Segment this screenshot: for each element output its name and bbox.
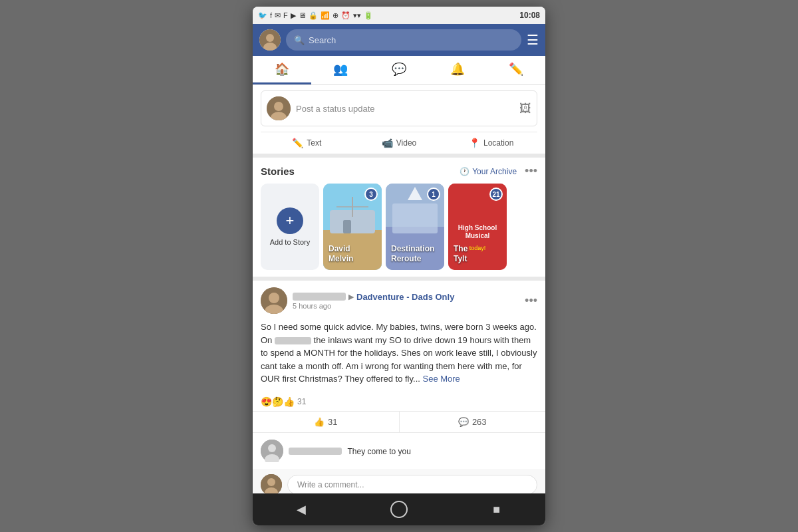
svg-point-27 [267, 478, 275, 486]
comment-input[interactable]: Write a comment... [287, 475, 537, 494]
story-card-david[interactable]: 3 DavidMelvin [323, 184, 382, 270]
post-blurred-text [275, 337, 311, 344]
home-circle-icon [390, 501, 408, 518]
comment-button[interactable]: 💬 263 [400, 412, 546, 432]
svg-text:today!: today! [469, 245, 486, 251]
story-name-destination: DestinationReroute [391, 244, 434, 265]
comment-text: They come to you [289, 445, 411, 457]
video-icon: 📹 [382, 138, 393, 148]
svg-rect-14 [392, 203, 438, 233]
commenter-avatar [261, 440, 283, 462]
mail-icon: ✉ [275, 11, 281, 20]
comment-input-row: Write a comment... [253, 469, 545, 494]
tab-notifications[interactable]: 🔔 [428, 56, 487, 84]
comment-content: They come to you [347, 447, 410, 456]
back-button[interactable]: ◀ [288, 496, 315, 523]
youtube-icon: ▶ [291, 11, 296, 20]
video-action[interactable]: 📹 Video [353, 138, 446, 148]
wifi-icon: 📶 [321, 11, 330, 20]
stories-header: Stories 🕐 Your Archive ••• [261, 164, 537, 178]
photo-icon[interactable]: 🖼 [519, 102, 531, 116]
svg-point-4 [274, 102, 283, 111]
post-avatar [261, 287, 287, 314]
svg-point-1 [266, 34, 274, 42]
tab-messenger[interactable]: 💬 [370, 56, 428, 84]
alarm-icon: ⏰ [341, 11, 350, 20]
clock: 10:08 [519, 11, 540, 20]
bottom-nav: ◀ ■ [253, 493, 545, 525]
bluetooth-icon: ⊕ [332, 11, 338, 20]
story-badge-destination: 1 [427, 188, 440, 201]
back-icon: ◀ [297, 502, 306, 517]
current-user-avatar [261, 474, 282, 494]
text-action[interactable]: ✏️ Text [261, 138, 353, 148]
battery-icon: 🔋 [364, 11, 373, 20]
post-arrow: ▶ [348, 293, 354, 301]
like-button[interactable]: 👍 31 [253, 412, 400, 432]
archive-button[interactable]: 🕐 Your Archive [460, 167, 517, 176]
user-avatar-status [267, 96, 291, 120]
facebook-header: 🔍 Search ☰ [253, 24, 545, 56]
add-story-card[interactable]: + Add to Story [261, 184, 319, 270]
add-icon: + [277, 207, 303, 234]
like-count: 31 [328, 417, 337, 427]
monitor-icon: 🖥 [299, 11, 306, 19]
tab-home[interactable]: 🏠 [253, 56, 311, 84]
story-name-tylt: TheTylt [454, 244, 467, 265]
recents-button[interactable]: ■ [483, 496, 510, 523]
location-label: Location [483, 138, 513, 148]
user-avatar-header[interactable] [259, 29, 281, 51]
facebook2-icon: F [283, 11, 288, 19]
post-author-name [293, 293, 346, 301]
text-label: Text [307, 138, 321, 148]
svg-text:High School: High School [458, 224, 497, 231]
story-card-tylt[interactable]: High School Musical today! 21 TheTylt [448, 184, 507, 270]
status-input-row[interactable]: Post a status update 🖼 [261, 90, 537, 126]
square-icon: ■ [493, 503, 500, 517]
post-actions: 👍 31 💬 263 [253, 411, 545, 433]
stories-more-button[interactable]: ••• [525, 164, 537, 178]
post-group[interactable]: Dadventure - Dads Only [356, 292, 454, 302]
story-badge-david: 3 [364, 188, 378, 201]
svg-text:Musical: Musical [466, 232, 490, 239]
signal-icon: ▾▾ [353, 11, 361, 20]
search-icon: 🔍 [294, 35, 305, 45]
menu-icon[interactable]: ☰ [527, 32, 539, 48]
feed-post: ▶ Dadventure - Dads Only 5 hours ago •••… [253, 281, 545, 493]
post-reactions: 😍🤔👍 31 [253, 392, 545, 411]
text-icon: ✏️ [292, 138, 303, 148]
comment-icon: 💬 [458, 417, 469, 427]
lock-icon: 🔒 [309, 11, 318, 20]
stories-title: Stories [261, 166, 295, 177]
story-badge-tylt: 21 [489, 188, 503, 201]
status-placeholder[interactable]: Post a status update [296, 104, 514, 114]
post-content: So I need some quick advice. My babies, … [253, 321, 545, 392]
location-icon: 📍 [469, 138, 480, 148]
story-name-david: DavidMelvin [329, 244, 353, 265]
reaction-emojis: 😍🤔👍 [261, 396, 295, 407]
like-icon: 👍 [314, 417, 325, 427]
commenter-name [289, 448, 342, 455]
stories-section: Stories 🕐 Your Archive ••• + Add to Stor… [253, 158, 545, 281]
tab-compose[interactable]: ✏️ [487, 56, 545, 84]
tab-friends[interactable]: 👥 [311, 56, 370, 84]
post-time: 5 hours ago [293, 302, 519, 310]
status-actions: ✏️ Text 📹 Video 📍 Location [261, 132, 537, 148]
add-story-label: Add to Story [270, 238, 311, 246]
stories-row: + Add to Story 3 DavidMelvin [261, 184, 537, 270]
facebook-icon: f [270, 11, 272, 19]
post-more-button[interactable]: ••• [525, 294, 537, 308]
search-bar[interactable]: 🔍 Search [286, 29, 521, 51]
story-card-destination[interactable]: 1 DestinationReroute [386, 184, 444, 270]
search-placeholder: Search [309, 35, 336, 45]
archive-icon: 🕐 [460, 167, 469, 176]
twitter-icon: 🐦 [258, 11, 267, 20]
post-header: ▶ Dadventure - Dads Only 5 hours ago ••• [253, 281, 545, 321]
home-button[interactable] [386, 496, 412, 523]
see-more-button[interactable]: See More [422, 374, 460, 384]
video-label: Video [396, 138, 416, 148]
status-bar: 🐦 f ✉ F ▶ 🖥 🔒 📶 ⊕ ⏰ ▾▾ 🔋 10:08 [253, 7, 545, 24]
location-action[interactable]: 📍 Location [445, 138, 537, 148]
archive-label: Your Archive [472, 167, 517, 176]
reaction-count: 31 [297, 397, 306, 406]
